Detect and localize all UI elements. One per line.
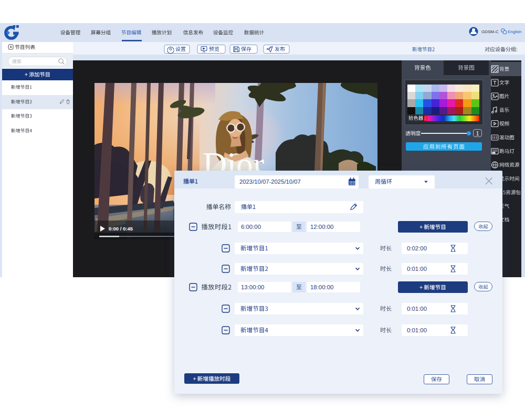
svg-text:18:00:00: 18:00:00: [310, 284, 333, 290]
svg-text:0:01:00: 0:01:00: [407, 266, 427, 272]
svg-text:2023/10/07-2025/10/07: 2023/10/07-2025/10/07: [239, 178, 301, 185]
svg-text:0:01:00: 0:01:00: [407, 327, 427, 333]
svg-text:0:02:00: 0:02:00: [407, 245, 427, 251]
svg-text:0:01:00: 0:01:00: [407, 306, 427, 312]
svg-text:6:00:00: 6:00:00: [241, 224, 261, 230]
svg-text:12:00:00: 12:00:00: [310, 224, 333, 230]
svg-text:13:00:00: 13:00:00: [241, 284, 264, 290]
